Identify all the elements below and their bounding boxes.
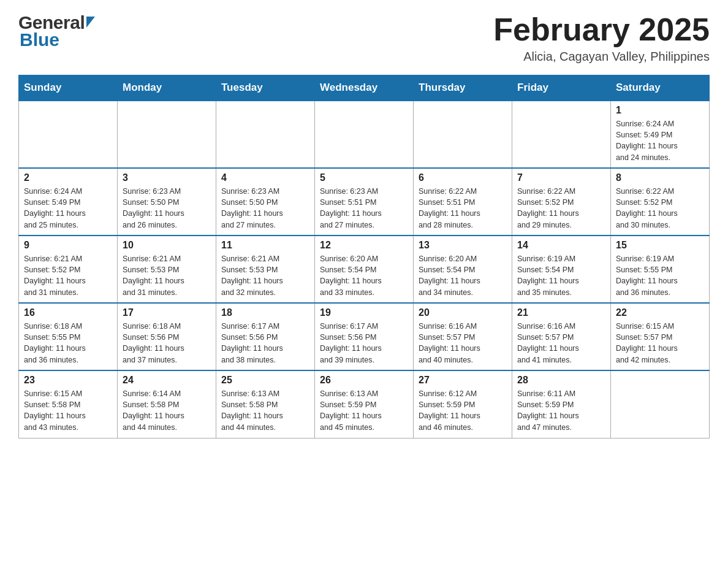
header-monday: Monday xyxy=(118,75,216,101)
day-info: Sunrise: 6:16 AMSunset: 5:57 PMDaylight:… xyxy=(419,321,507,366)
day-info: Sunrise: 6:13 AMSunset: 5:59 PMDaylight:… xyxy=(320,388,408,433)
calendar-cell: 18Sunrise: 6:17 AMSunset: 5:56 PMDayligh… xyxy=(216,303,315,370)
day-number: 15 xyxy=(616,240,704,251)
calendar-cell: 25Sunrise: 6:13 AMSunset: 5:58 PMDayligh… xyxy=(216,370,315,438)
day-info: Sunrise: 6:18 AMSunset: 5:55 PMDaylight:… xyxy=(24,321,112,366)
day-number: 21 xyxy=(517,307,605,318)
day-number: 11 xyxy=(221,240,309,251)
day-info: Sunrise: 6:11 AMSunset: 5:59 PMDaylight:… xyxy=(517,388,605,433)
day-info: Sunrise: 6:17 AMSunset: 5:56 PMDaylight:… xyxy=(221,321,309,366)
page-title: February 2025 xyxy=(493,12,710,47)
day-number: 1 xyxy=(616,105,704,116)
calendar-cell: 10Sunrise: 6:21 AMSunset: 5:53 PMDayligh… xyxy=(118,236,216,303)
calendar-cell: 23Sunrise: 6:15 AMSunset: 5:58 PMDayligh… xyxy=(19,370,118,438)
day-info: Sunrise: 6:19 AMSunset: 5:54 PMDaylight:… xyxy=(517,253,605,298)
day-info: Sunrise: 6:21 AMSunset: 5:52 PMDaylight:… xyxy=(24,253,112,298)
calendar-cell: 19Sunrise: 6:17 AMSunset: 5:56 PMDayligh… xyxy=(315,303,414,370)
day-number: 6 xyxy=(419,172,507,183)
day-info: Sunrise: 6:23 AMSunset: 5:50 PMDaylight:… xyxy=(123,186,211,231)
calendar-cell xyxy=(512,101,611,168)
calendar-header: Sunday Monday Tuesday Wednesday Thursday… xyxy=(19,75,710,101)
header-sunday: Sunday xyxy=(19,75,118,101)
day-number: 5 xyxy=(320,172,408,183)
day-info: Sunrise: 6:14 AMSunset: 5:58 PMDaylight:… xyxy=(123,388,211,433)
day-info: Sunrise: 6:22 AMSunset: 5:52 PMDaylight:… xyxy=(517,186,605,231)
day-info: Sunrise: 6:12 AMSunset: 5:59 PMDaylight:… xyxy=(419,388,507,433)
day-info: Sunrise: 6:21 AMSunset: 5:53 PMDaylight:… xyxy=(221,253,309,298)
header-saturday: Saturday xyxy=(611,75,710,101)
day-number: 19 xyxy=(320,307,408,318)
calendar-cell: 8Sunrise: 6:22 AMSunset: 5:52 PMDaylight… xyxy=(611,168,710,236)
day-number: 22 xyxy=(616,307,704,318)
day-number: 8 xyxy=(616,172,704,183)
day-info: Sunrise: 6:17 AMSunset: 5:56 PMDaylight:… xyxy=(320,321,408,366)
logo-blue-text: Blue xyxy=(18,29,59,50)
calendar-cell: 7Sunrise: 6:22 AMSunset: 5:52 PMDaylight… xyxy=(512,168,611,236)
day-number: 23 xyxy=(24,375,112,386)
header-tuesday: Tuesday xyxy=(216,75,315,101)
calendar-cell xyxy=(118,101,216,168)
header-thursday: Thursday xyxy=(414,75,512,101)
calendar-cell: 12Sunrise: 6:20 AMSunset: 5:54 PMDayligh… xyxy=(315,236,414,303)
day-info: Sunrise: 6:19 AMSunset: 5:55 PMDaylight:… xyxy=(616,253,704,298)
day-number: 24 xyxy=(123,375,211,386)
calendar-week-4: 16Sunrise: 6:18 AMSunset: 5:55 PMDayligh… xyxy=(19,303,710,370)
day-info: Sunrise: 6:23 AMSunset: 5:51 PMDaylight:… xyxy=(320,186,408,231)
logo: General Blue xyxy=(18,12,95,50)
day-number: 7 xyxy=(517,172,605,183)
calendar-cell: 2Sunrise: 6:24 AMSunset: 5:49 PMDaylight… xyxy=(19,168,118,236)
calendar-cell xyxy=(216,101,315,168)
day-number: 12 xyxy=(320,240,408,251)
day-number: 4 xyxy=(221,172,309,183)
day-number: 26 xyxy=(320,375,408,386)
day-number: 3 xyxy=(123,172,211,183)
day-number: 25 xyxy=(221,375,309,386)
day-number: 14 xyxy=(517,240,605,251)
calendar-week-1: 1Sunrise: 6:24 AMSunset: 5:49 PMDaylight… xyxy=(19,101,710,168)
calendar-cell: 20Sunrise: 6:16 AMSunset: 5:57 PMDayligh… xyxy=(414,303,512,370)
day-number: 20 xyxy=(419,307,507,318)
calendar-cell: 24Sunrise: 6:14 AMSunset: 5:58 PMDayligh… xyxy=(118,370,216,438)
day-info: Sunrise: 6:22 AMSunset: 5:52 PMDaylight:… xyxy=(616,186,704,231)
day-info: Sunrise: 6:20 AMSunset: 5:54 PMDaylight:… xyxy=(419,253,507,298)
day-info: Sunrise: 6:24 AMSunset: 5:49 PMDaylight:… xyxy=(24,186,112,231)
calendar-cell: 16Sunrise: 6:18 AMSunset: 5:55 PMDayligh… xyxy=(19,303,118,370)
day-info: Sunrise: 6:13 AMSunset: 5:58 PMDaylight:… xyxy=(221,388,309,433)
page-header: General Blue February 2025 Alicia, Cagay… xyxy=(18,12,710,64)
day-number: 10 xyxy=(123,240,211,251)
calendar-cell: 21Sunrise: 6:16 AMSunset: 5:57 PMDayligh… xyxy=(512,303,611,370)
header-friday: Friday xyxy=(512,75,611,101)
calendar-cell: 22Sunrise: 6:15 AMSunset: 5:57 PMDayligh… xyxy=(611,303,710,370)
day-info: Sunrise: 6:20 AMSunset: 5:54 PMDaylight:… xyxy=(320,253,408,298)
calendar-cell: 27Sunrise: 6:12 AMSunset: 5:59 PMDayligh… xyxy=(414,370,512,438)
calendar-cell: 5Sunrise: 6:23 AMSunset: 5:51 PMDaylight… xyxy=(315,168,414,236)
calendar-cell: 28Sunrise: 6:11 AMSunset: 5:59 PMDayligh… xyxy=(512,370,611,438)
day-number: 2 xyxy=(24,172,112,183)
day-info: Sunrise: 6:21 AMSunset: 5:53 PMDaylight:… xyxy=(123,253,211,298)
day-info: Sunrise: 6:15 AMSunset: 5:58 PMDaylight:… xyxy=(24,388,112,433)
day-info: Sunrise: 6:18 AMSunset: 5:56 PMDaylight:… xyxy=(123,321,211,366)
calendar-cell: 14Sunrise: 6:19 AMSunset: 5:54 PMDayligh… xyxy=(512,236,611,303)
calendar-table: Sunday Monday Tuesday Wednesday Thursday… xyxy=(18,75,710,439)
day-info: Sunrise: 6:24 AMSunset: 5:49 PMDaylight:… xyxy=(616,118,704,163)
calendar-week-2: 2Sunrise: 6:24 AMSunset: 5:49 PMDaylight… xyxy=(19,168,710,236)
day-number: 17 xyxy=(123,307,211,318)
day-number: 9 xyxy=(24,240,112,251)
calendar-cell: 3Sunrise: 6:23 AMSunset: 5:50 PMDaylight… xyxy=(118,168,216,236)
calendar-cell: 17Sunrise: 6:18 AMSunset: 5:56 PMDayligh… xyxy=(118,303,216,370)
day-number: 18 xyxy=(221,307,309,318)
calendar-cell: 13Sunrise: 6:20 AMSunset: 5:54 PMDayligh… xyxy=(414,236,512,303)
calendar-cell xyxy=(611,370,710,438)
title-block: February 2025 Alicia, Cagayan Valley, Ph… xyxy=(493,12,710,64)
calendar-week-5: 23Sunrise: 6:15 AMSunset: 5:58 PMDayligh… xyxy=(19,370,710,438)
day-number: 27 xyxy=(419,375,507,386)
calendar-cell: 1Sunrise: 6:24 AMSunset: 5:49 PMDaylight… xyxy=(611,101,710,168)
day-number: 13 xyxy=(419,240,507,251)
header-row: Sunday Monday Tuesday Wednesday Thursday… xyxy=(19,75,710,101)
calendar-cell xyxy=(315,101,414,168)
day-number: 28 xyxy=(517,375,605,386)
day-info: Sunrise: 6:23 AMSunset: 5:50 PMDaylight:… xyxy=(221,186,309,231)
header-wednesday: Wednesday xyxy=(315,75,414,101)
calendar-cell: 4Sunrise: 6:23 AMSunset: 5:50 PMDaylight… xyxy=(216,168,315,236)
calendar-cell xyxy=(414,101,512,168)
